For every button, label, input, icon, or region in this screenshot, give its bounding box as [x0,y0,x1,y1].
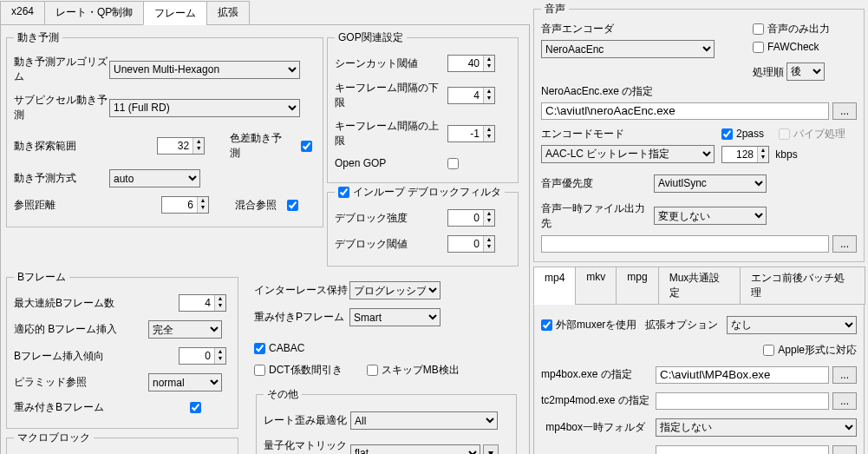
bframe-group: Bフレーム 最大連続Bフレーム数 ▲▼ 適応的 Bフレーム挿入 完全 [6,270,238,429]
deblock-strength-label: デブロック強度 [335,211,447,226]
interlace-select[interactable]: プログレッシブ [349,281,441,299]
ext-opt-select[interactable]: なし [727,316,857,334]
tc2mp4-browse-button[interactable]: ... [832,392,857,410]
skip-mb-checkbox[interactable]: スキップMB検出 [367,363,460,378]
pyramid-select[interactable]: normal [148,373,222,391]
tc2mp4-exe-label: tc2mp4mod.exe の指定 [541,393,652,408]
apple-format-checkbox[interactable]: Apple形式に対応 [763,343,857,358]
audio-encoder-label: 音声エンコーダ [541,22,753,36]
proc-order-label: 処理順 [753,65,784,77]
mp4box-tmp-browse-button[interactable]: ... [832,445,857,455]
max-bframe-label: 最大連続Bフレーム数 [14,296,127,311]
tab-x264[interactable]: x264 [0,1,45,25]
gop-group: GOP関連設定 シーンカット閾値 ▲▼ キーフレーム間隔の下限 ▲▼ キーフレー… [327,30,519,183]
bitrate-unit-label: kbps [775,148,797,161]
range-spinner[interactable]: ▲▼ [157,137,205,155]
max-keyint-label: キーフレーム間隔の上限 [335,119,447,148]
subpixel-select[interactable]: 11 (Full RD) [109,99,300,117]
chroma-me-checkbox[interactable] [301,141,312,152]
deblock-strength-spinner[interactable]: ▲▼ [447,209,495,227]
tab-rate-qp[interactable]: レート・QP制御 [44,1,144,25]
refdist-spinner[interactable]: ▲▼ [161,196,209,214]
audio-tmp-browse-button[interactable]: ... [832,235,857,253]
weight-b-label: 重み付きBフレーム [14,400,127,415]
chroma-me-label: 色差動き予測 [230,131,290,161]
subpixel-label: サブピクセル動き予測 [14,93,109,122]
deblock-enable-checkbox[interactable] [338,187,349,198]
audio-bitrate-spinner[interactable]: ▲▼ [721,146,769,163]
encode-mode-select[interactable]: AAC-LC ビットレート指定 [541,145,715,163]
audio-tmp-select[interactable]: 変更しない [654,207,767,225]
cqm-label: 量子化マトリックス [264,438,350,454]
audio-priority-label: 音声優先度 [541,176,654,191]
dct-decimate-checkbox[interactable]: DCT係数間引き [254,363,343,378]
weight-b-checkbox[interactable] [190,402,201,413]
mixed-ref-label: 混合参照 [235,198,277,213]
gop-legend: GOP関連設定 [335,30,407,45]
min-keyint-spinner[interactable]: ▲▼ [447,87,495,104]
weightp-select[interactable]: Smart [349,308,441,326]
encode-mode-label: エンコードモード [541,127,715,141]
mux-tab-mp4[interactable]: mp4 [533,266,576,305]
audio-encoder-select[interactable]: NeroAacEnc [541,40,715,58]
mp4box-browse-button[interactable]: ... [832,366,857,384]
mux-tab-mkv[interactable]: mkv [575,266,617,305]
other-legend: その他 [264,387,302,402]
audio-tmp-label: 音声一時ファイル出力先 [541,201,654,231]
main-tabs: x264 レート・QP制御 フレーム 拡張 [0,0,530,24]
proc-order-select[interactable]: 後 [786,63,825,81]
audio-legend: 音声 [541,2,569,16]
cqm-select[interactable]: flat [350,444,480,455]
macroblock-legend: マクロブロック [14,431,94,445]
tc2mp4-exe-path[interactable] [656,392,829,410]
audio-only-checkbox[interactable]: 音声のみ出力 [753,22,830,36]
mp4box-tmp-select[interactable]: 指定しない [656,418,857,437]
bframe-bias-spinner[interactable]: ▲▼ [179,347,226,365]
audio-tmp-path[interactable] [541,235,829,253]
method-label: 動き予測方式 [14,171,109,186]
opengop-checkbox[interactable] [447,158,459,169]
audio-priority-select[interactable]: AviutlSync [654,174,767,193]
cqm-dropdown-button[interactable]: ▾ [483,444,499,454]
macroblock-group: マクロブロック 8x8 離散コサイン変換 p8x8 b8x8 p4x4 i8x8… [6,431,238,454]
deblock-legend[interactable]: インループ デブロックフィルタ [335,185,505,200]
trellis-label: レート歪み最適化 [264,413,350,428]
ext-muxer-checkbox[interactable]: 外部muxerを使用 [541,318,636,332]
adaptive-bframe-select[interactable]: 完全 [148,320,222,339]
mixed-ref-checkbox[interactable] [287,200,298,211]
mux-tab-mpg[interactable]: mpg [616,266,658,305]
tab-frame[interactable]: フレーム [143,1,207,25]
deblock-group: インループ デブロックフィルタ デブロック強度 ▲▼ デブロック閾値 ▲▼ [327,185,519,266]
deblock-thresh-label: デブロック閾値 [335,237,447,252]
range-label: 動き探索範囲 [14,139,107,154]
audio-group: 音声 音声エンコーダ NeroAacEnc 音声のみ出力 FAWCheck 処理… [533,2,865,262]
audio-exe-label: NeroAacEnc.exe の指定 [541,84,857,99]
mp4box-tmp-label: mp4box一時フォルダ [541,420,652,435]
audio-exe-browse-button[interactable]: ... [832,102,857,120]
cabac-checkbox[interactable]: CABAC [254,342,304,354]
method-select[interactable]: auto [109,169,200,188]
mux-body: 外部muxerを使用 拡張オプション なし Apple形式に対応 mp4box.… [533,304,865,455]
trellis-select[interactable]: All [350,411,498,430]
algo-label: 動き予測アルゴリズム [14,55,109,84]
algo-select[interactable]: Uneven Multi-Hexagon [109,61,300,79]
bframe-legend: Bフレーム [14,270,69,285]
max-bframe-spinner[interactable]: ▲▼ [179,294,226,312]
bframe-bias-label: Bフレーム挿入傾向 [14,349,127,364]
twopass-checkbox[interactable]: 2pass [721,128,764,140]
mux-tab-common[interactable]: Mux共通設定 [658,266,741,305]
mp4box-exe-path[interactable] [656,366,829,384]
deblock-thresh-spinner[interactable]: ▲▼ [447,235,495,253]
audio-exe-path[interactable] [541,102,829,120]
motion-legend: 動き予測 [14,30,62,45]
tab-ext[interactable]: 拡張 [206,1,250,25]
mux-tab-batch[interactable]: エンコ前後バッチ処理 [740,266,865,305]
max-keyint-spinner[interactable]: ▲▼ [447,125,495,142]
scenecut-spinner[interactable]: ▲▼ [447,55,495,72]
weightp-label: 重み付きPフレーム [254,310,349,325]
mp4box-tmp-path[interactable] [656,445,829,455]
opengop-label: Open GOP [335,157,447,169]
frame-tab-body: 動き予測 動き予測アルゴリズム Uneven Multi-Hexagon サブピ… [0,24,530,454]
fawcheck-checkbox[interactable]: FAWCheck [753,41,819,53]
mp4box-exe-label: mp4box.exe の指定 [541,367,652,382]
